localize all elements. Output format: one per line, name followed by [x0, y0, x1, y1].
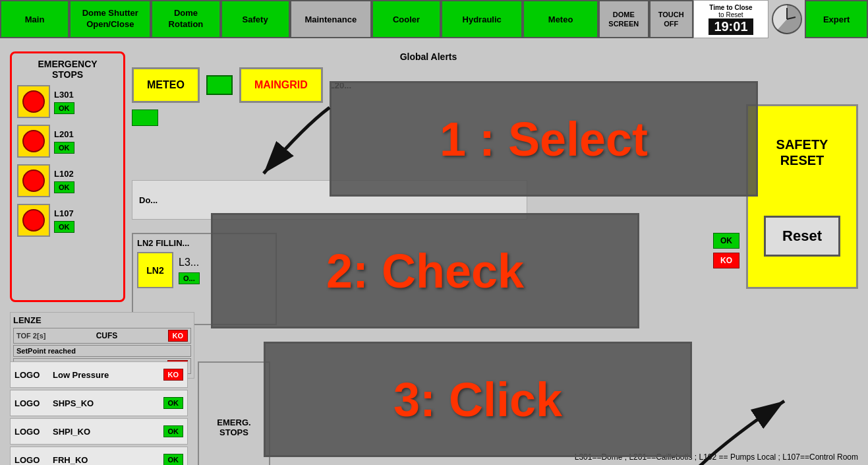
estop-L102-status: OK	[54, 181, 74, 193]
global-alerts-title: Global Alerts	[132, 51, 725, 62]
global-ok-indicator	[132, 109, 158, 126]
logo-status-0: KO	[163, 369, 184, 381]
maingrid-alert-button[interactable]: MAINGRID	[239, 67, 323, 103]
nav-hydraulic-button[interactable]: Hydraulic	[441, 0, 523, 38]
clock-dial	[768, 0, 805, 38]
clock-svg	[770, 3, 803, 36]
estop-L301-circle	[22, 90, 45, 113]
top-nav: Main Dome Shutter Open/Close DomeRotatio…	[0, 0, 868, 38]
logo-section: LOGO Low Pressure KO LOGO SHPS_KO OK LOG…	[10, 361, 188, 465]
logo-label-1: LOGO	[14, 398, 47, 408]
lenze-cufs-status: KO	[168, 330, 188, 342]
status-ko-indicator: KO	[713, 253, 739, 268]
main-area: EMERGENCYSTOPS L301 OK L201 OK	[0, 38, 868, 465]
dome-label: Do...	[139, 195, 158, 205]
nav-meteo-button[interactable]: Meteo	[523, 0, 598, 38]
estop-L107-circle	[22, 209, 45, 232]
estop-L301-status: OK	[54, 102, 74, 114]
logo-row-low-pressure: LOGO Low Pressure KO	[10, 361, 188, 388]
status-indicators: OK KO	[713, 233, 739, 268]
time-value-display: 19:01	[709, 18, 753, 35]
estop-L107-row: L107 OK	[17, 204, 118, 237]
estop-L102-row: L102 OK	[17, 164, 118, 197]
nav-maintenance-button[interactable]: Maintenance	[290, 0, 372, 38]
time-to-close-label: Time to Close	[709, 4, 752, 11]
lenze-setpoint-label: SetPoint reached	[16, 347, 76, 355]
ln2-l3x-label: L3...	[179, 257, 200, 268]
overlay-step1-text: 1 : Select	[440, 112, 648, 166]
estop-L201-button[interactable]	[17, 125, 50, 158]
estop-L201-status: OK	[54, 142, 74, 154]
ln2-ok-label: O...	[179, 272, 200, 284]
overlay-step1: 1 : Select	[330, 81, 758, 197]
estop-L102-label: L102	[54, 169, 74, 179]
estop-L301-label: L301	[54, 90, 74, 100]
logo-row-frh: LOGO FRH_KO OK	[10, 447, 188, 465]
logo-status-1: OK	[163, 397, 184, 409]
logo-row-shps: LOGO SHPS_KO OK	[10, 390, 188, 416]
overlay-step3: 3: Click	[264, 342, 692, 457]
logo-name-1: SHPS_KO	[53, 398, 158, 408]
logo-status-3: OK	[163, 454, 184, 465]
lenze-cufs-label: CUFS	[96, 331, 118, 340]
estop-L301-row: L301 OK	[17, 85, 118, 118]
reset-button[interactable]: Reset	[764, 216, 840, 257]
logo-row-shpi: LOGO SHPI_KO OK	[10, 418, 188, 445]
nav-dome-shutter-button[interactable]: Dome Shutter Open/Close	[69, 0, 151, 38]
estop-L301-button[interactable]	[17, 85, 50, 118]
nav-safety-button[interactable]: Safety	[221, 0, 290, 38]
estop-L107-button[interactable]	[17, 204, 50, 237]
emerg-stops-center-label: EMERG.STOPS	[217, 418, 250, 437]
safety-reset-box: SAFETYRESET Reset	[746, 104, 858, 289]
nav-expert-button[interactable]: Expert	[805, 0, 868, 38]
lenze-setpoint-row: SetPoint reached	[13, 345, 191, 357]
nav-main-button[interactable]: Main	[0, 0, 69, 38]
logo-name-0: Low Pressure	[53, 370, 158, 380]
safety-reset-title: SAFETYRESET	[776, 137, 828, 168]
nav-dome-rotation-button[interactable]: DomeRotation	[151, 0, 220, 38]
lenze-tof-cufs: TOF 2[s]	[16, 332, 45, 340]
emerg-stops-center-box: EMERG.STOPS	[198, 361, 270, 465]
time-to-reset-label: to Reset	[718, 11, 743, 18]
meteo-alert-button[interactable]: METEO	[132, 67, 200, 103]
logo-label-3: LOGO	[14, 455, 47, 465]
logo-status-2: OK	[163, 425, 184, 437]
meteo-indicator	[206, 75, 233, 95]
estop-L201-label: L201	[54, 129, 74, 139]
estop-L107-status: OK	[54, 221, 74, 233]
emergency-stops-box: EMERGENCYSTOPS L301 OK L201 OK	[10, 51, 125, 302]
lenze-row-cufs: TOF 2[s] CUFS KO	[13, 328, 191, 344]
logo-label-2: LOGO	[14, 427, 47, 437]
nav-touch-off-button[interactable]: TOUCHOFF	[649, 0, 693, 38]
lenze-title: LENZE	[13, 315, 191, 325]
logo-name-3: FRH_KO	[53, 455, 158, 465]
overlay-step2: 2: Check	[211, 213, 639, 328]
estop-L102-circle	[22, 170, 45, 192]
emergency-stops-title: EMERGENCYSTOPS	[17, 59, 118, 80]
estop-L201-row: L201 OK	[17, 125, 118, 158]
logo-name-2: SHPI_KO	[53, 427, 158, 437]
estop-L102-button[interactable]	[17, 164, 50, 197]
estop-L107-label: L107	[54, 208, 74, 218]
time-to-close-panel: Time to Close to Reset 19:01	[693, 0, 768, 38]
overlay-step2-text: 2: Check	[326, 244, 524, 298]
nav-dome-screen-button[interactable]: DOMESCREEN	[598, 0, 649, 38]
logo-label-0: LOGO	[14, 370, 47, 380]
ln2-button[interactable]: LN2	[137, 252, 173, 288]
status-ok-indicator: OK	[713, 233, 739, 249]
overlay-step3-text: 3: Click	[393, 373, 562, 427]
nav-cooler-button[interactable]: Cooler	[372, 0, 441, 38]
estop-L201-circle	[22, 130, 45, 152]
